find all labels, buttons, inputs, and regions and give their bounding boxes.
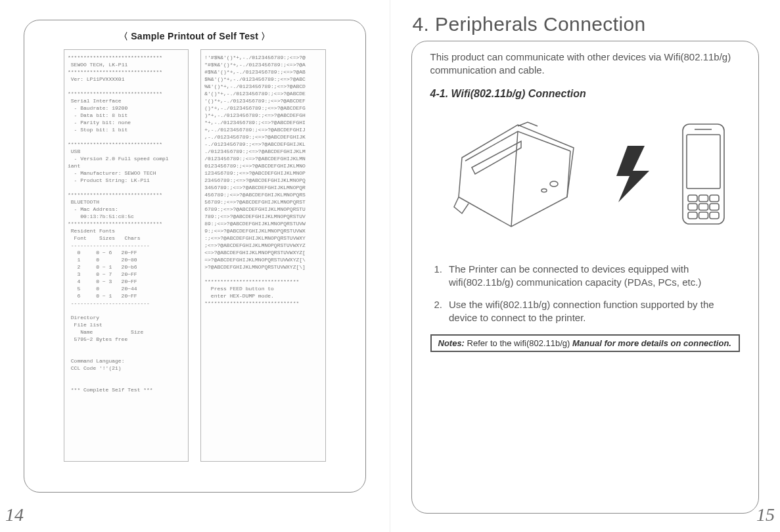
- illustration-row: [430, 112, 741, 239]
- step-number: 1.: [434, 263, 443, 290]
- svg-rect-12: [688, 212, 697, 219]
- printout-column-1: ****************************** SEWOO TEC…: [64, 49, 189, 462]
- intro-text: This product can communicate with other …: [430, 51, 741, 78]
- subsection-heading: 4-1. Wifi(802.11b/g) Connection: [430, 88, 741, 100]
- step-text: The Printer can be connected to devices …: [449, 263, 740, 290]
- section-heading: 4. Peripherals Connection: [409, 13, 762, 35]
- svg-rect-11: [710, 204, 719, 210]
- page-15: 4. Peripherals Connection This product c…: [390, 0, 781, 532]
- svg-point-1: [541, 188, 547, 192]
- content-frame: This product can communicate with other …: [411, 41, 760, 514]
- svg-rect-10: [699, 204, 708, 210]
- svg-rect-8: [710, 195, 719, 202]
- notes-box: Notes: Refer to the wifi(802.11b/g) Manu…: [430, 334, 741, 352]
- step-1: 1. The Printer can be connected to devic…: [430, 263, 741, 290]
- page-14: 〈 Sample Printout of Self Test 〉 *******…: [0, 0, 390, 532]
- svg-rect-9: [688, 204, 697, 210]
- svg-point-0: [550, 181, 558, 187]
- pda-phone-icon: [679, 122, 728, 229]
- notes-label: Notes:: [438, 338, 465, 348]
- notes-rest: Manual for more details on connection.: [572, 338, 731, 348]
- sample-printout-frame: 〈 Sample Printout of Self Test 〉 *******…: [24, 20, 366, 493]
- svg-rect-7: [699, 195, 708, 202]
- sample-printout-caption: 〈 Sample Printout of Self Test 〉: [24, 31, 365, 43]
- printout-column-2: !'#$%&'()*+,-./0123456789:;<=>?@ "#$%&'(…: [200, 49, 325, 462]
- step-number: 2.: [434, 298, 443, 325]
- svg-rect-6: [688, 195, 697, 202]
- printer-icon: [442, 112, 593, 239]
- svg-marker-2: [616, 146, 649, 202]
- step-text: Use the wifi(802.11b/g) connection funct…: [449, 298, 740, 325]
- printout-columns: ****************************** SEWOO TEC…: [24, 49, 365, 462]
- step-2: 2. Use the wifi(802.11b/g) connection fu…: [430, 298, 741, 325]
- svg-rect-3: [683, 124, 724, 224]
- svg-rect-13: [699, 212, 708, 219]
- page-number-right: 15: [756, 504, 775, 525]
- page-number-left: 14: [5, 504, 24, 525]
- svg-rect-4: [687, 135, 720, 188]
- svg-rect-14: [710, 212, 719, 219]
- notes-mid: Refer to the wifi(802.11b/g): [467, 338, 572, 348]
- steps-list: 1. The Printer can be connected to devic…: [430, 263, 741, 325]
- wireless-bolt-icon: [613, 144, 659, 206]
